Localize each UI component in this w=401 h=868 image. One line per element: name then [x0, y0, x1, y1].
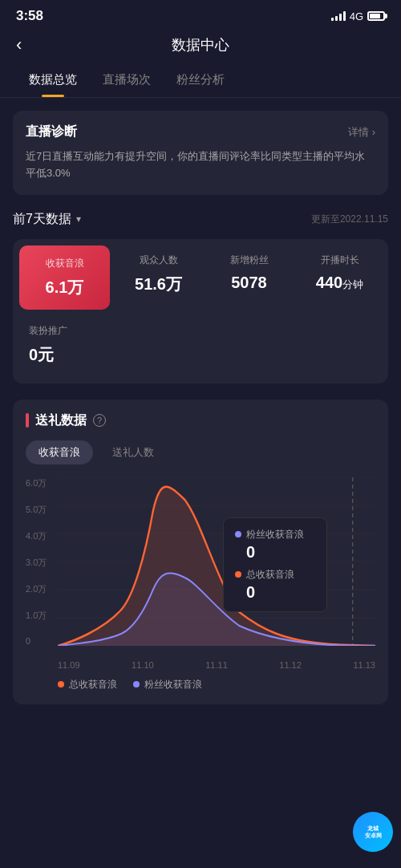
y-label-2: 2.0万	[26, 583, 47, 595]
gift-indicator	[26, 413, 29, 428]
stat-value-duration: 440分钟	[304, 274, 375, 292]
chart-y-axis: 6.0万 5.0万 4.0万 3.0万 2.0万 1.0万 0	[26, 477, 47, 646]
tooltip-total-value: 0	[235, 583, 315, 602]
stat-sound-waves: 收获音浪 6.1万	[19, 245, 110, 310]
stats-row-2: 装扮推广 0元	[16, 313, 385, 380]
stat-label-fans: 新增粉丝	[213, 254, 285, 267]
tooltip-item-total: 总收获音浪 0	[235, 568, 315, 602]
y-label-3: 3.0万	[26, 557, 47, 569]
status-icons: 4G	[331, 10, 385, 22]
stat-new-fans: 新增粉丝 5078	[204, 242, 294, 313]
network-label: 4G	[350, 10, 363, 22]
section-title: 前7天数据 ▾	[13, 211, 81, 228]
watermark: 龙城安卓网	[353, 812, 393, 852]
battery-icon	[367, 11, 385, 21]
x-label-1110: 11.10	[132, 660, 154, 670]
stat-label-promo: 装扮推广	[29, 324, 372, 338]
chart-legend: 总收获音浪 粉丝收获音浪	[26, 678, 375, 692]
stat-promotion: 装扮推广 0元	[19, 316, 382, 374]
chevron-right-icon: ›	[372, 126, 375, 138]
gift-sub-tabs: 收获音浪 送礼人数	[26, 440, 375, 464]
gift-section-header: 送礼数据 ?	[26, 412, 375, 429]
tooltip-fans-value: 0	[235, 543, 315, 562]
chart-tooltip: 粉丝收获音浪 0 总收获音浪 0	[223, 517, 327, 612]
tab-overview[interactable]: 数据总览	[16, 64, 90, 97]
x-label-1112: 11.12	[279, 660, 302, 670]
info-icon[interactable]: ?	[93, 414, 106, 427]
stat-value-waves: 6.1万	[29, 277, 100, 298]
update-time: 更新至2022.11.15	[311, 213, 388, 226]
stat-label-waves: 收获音浪	[29, 257, 100, 270]
gift-chart: 6.0万 5.0万 4.0万 3.0万 2.0万 1.0万 0	[26, 477, 375, 670]
stat-value-fans: 5078	[213, 274, 285, 292]
main-content: 直播诊断 详情 › 近7日直播互动能力有提升空间，你的直播间评论率比同类型主播的…	[0, 98, 401, 717]
dropdown-arrow-icon[interactable]: ▾	[76, 213, 81, 225]
y-label-5: 5.0万	[26, 504, 47, 516]
stat-audience: 观众人数 51.6万	[113, 242, 204, 313]
chart-x-axis: 11.09 11.10 11.11 11.12 11.13	[58, 660, 375, 670]
header: ‹ 数据中心	[0, 29, 401, 64]
diagnosis-title: 直播诊断	[26, 124, 77, 140]
x-label-1111: 11.11	[205, 660, 228, 670]
main-tabs: 数据总览 直播场次 粉丝分析	[0, 64, 401, 98]
back-button[interactable]: ‹	[16, 34, 22, 55]
legend-total: 总收获音浪	[58, 678, 117, 692]
tab-fans[interactable]: 粉丝分析	[164, 64, 237, 97]
diagnosis-header: 直播诊断 详情 ›	[26, 124, 375, 140]
gift-section: 送礼数据 ? 收获音浪 送礼人数 6.0万 5.0万 4.0万 3.0万 2.0…	[13, 400, 388, 704]
tooltip-item-fans: 粉丝收获音浪 0	[235, 528, 315, 562]
stats-grid: 收获音浪 6.1万 观众人数 51.6万 新增粉丝 5078 开播时长 440分…	[13, 239, 388, 383]
stat-label-audience: 观众人数	[123, 254, 194, 267]
x-label-1109: 11.09	[58, 660, 80, 670]
tab-sessions[interactable]: 直播场次	[90, 64, 164, 97]
y-label-4: 4.0万	[26, 530, 47, 542]
status-bar: 3:58 4G	[0, 0, 401, 29]
diagnosis-card: 直播诊断 详情 › 近7日直播互动能力有提升空间，你的直播间评论率比同类型主播的…	[13, 111, 388, 195]
legend-dot-fans	[133, 681, 140, 688]
gift-title: 送礼数据	[35, 412, 87, 429]
legend-dot-total	[58, 681, 64, 688]
diagnosis-detail-link[interactable]: 详情 ›	[348, 125, 375, 140]
y-label-1: 1.0万	[26, 610, 47, 622]
legend-fans: 粉丝收获音浪	[133, 678, 202, 692]
chart-svg-area: 粉丝收获音浪 0 总收获音浪 0	[58, 477, 375, 646]
stat-duration: 开播时长 440分钟	[294, 242, 385, 313]
stat-label-duration: 开播时长	[304, 254, 375, 267]
diagnosis-text: 近7日直播互动能力有提升空间，你的直播间评论率比同类型主播的平均水平低3.0%	[26, 148, 375, 182]
x-label-1113: 11.13	[353, 660, 375, 670]
data-section-header: 前7天数据 ▾ 更新至2022.11.15	[13, 211, 388, 228]
signal-icon	[331, 11, 346, 21]
y-label-0: 0	[26, 636, 47, 646]
tooltip-dot-fans	[235, 531, 241, 537]
subtab-waves[interactable]: 收获音浪	[26, 440, 93, 464]
stats-row-1: 收获音浪 6.1万 观众人数 51.6万 新增粉丝 5078 开播时长 440分…	[16, 242, 385, 313]
page-title: 数据中心	[172, 35, 229, 55]
tooltip-dot-total	[235, 571, 241, 578]
y-label-6: 6.0万	[26, 477, 47, 489]
stat-value-promo: 0元	[29, 344, 372, 366]
stat-value-audience: 51.6万	[123, 274, 194, 295]
subtab-givers[interactable]: 送礼人数	[99, 440, 167, 464]
status-time: 3:58	[16, 8, 43, 24]
